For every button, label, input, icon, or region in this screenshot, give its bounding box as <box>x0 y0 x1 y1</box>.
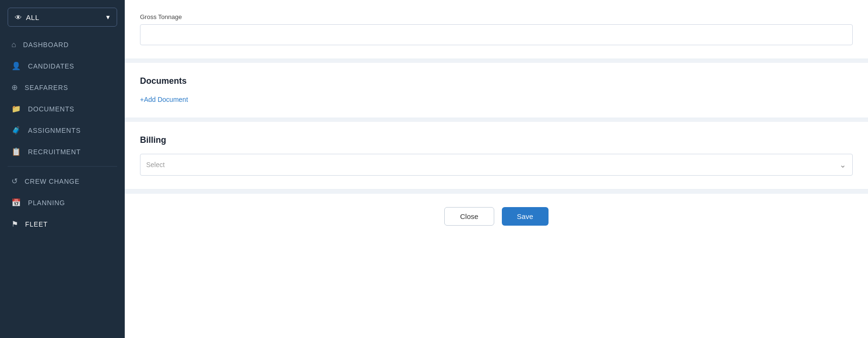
sidebar-item-label: ASSIGNMENTS <box>28 127 81 134</box>
sidebar-item-label: SEAFARERS <box>25 84 68 91</box>
sidebar: 👁 ALL ▾ ⌂ DASHBOARD 👤 CANDIDATES ⊕ SEAFA… <box>0 0 125 338</box>
sidebar-item-seafarers[interactable]: ⊕ SEAFARERS <box>0 77 125 98</box>
chevron-down-icon: ▾ <box>106 13 110 21</box>
briefcase-icon: 🧳 <box>11 126 21 135</box>
sidebar-item-assignments[interactable]: 🧳 ASSIGNMENTS <box>0 119 125 141</box>
sidebar-item-label: CANDIDATES <box>28 62 74 70</box>
folder-icon: 📁 <box>11 104 21 113</box>
gross-tonnage-section: Gross Tonnage <box>125 0 868 59</box>
sidebar-nav: ⌂ DASHBOARD 👤 CANDIDATES ⊕ SEAFARERS 📁 D… <box>0 30 125 338</box>
person-icon: 👤 <box>11 61 21 70</box>
all-button-label: ALL <box>26 13 40 21</box>
sidebar-item-documents[interactable]: 📁 DOCUMENTS <box>0 98 125 119</box>
billing-select-wrapper: Select <box>140 154 853 176</box>
section-divider-2 <box>125 118 868 122</box>
sidebar-item-crew-change[interactable]: ↺ CREW CHANGE <box>0 170 125 192</box>
sidebar-item-label: CREW CHANGE <box>25 178 80 185</box>
main-content: Gross Tonnage Documents +Add Document Bi… <box>125 0 868 338</box>
section-divider-1 <box>125 59 868 63</box>
sidebar-item-candidates[interactable]: 👤 CANDIDATES <box>0 55 125 77</box>
globe-icon: ⊕ <box>11 83 18 92</box>
sidebar-item-dashboard[interactable]: ⌂ DASHBOARD <box>0 34 125 55</box>
billing-select[interactable]: Select <box>140 154 853 176</box>
gross-tonnage-input[interactable] <box>140 24 853 45</box>
calendar-icon: 📅 <box>11 198 21 207</box>
section-divider-3 <box>125 189 868 193</box>
clipboard-icon: 📋 <box>11 147 21 156</box>
gross-tonnage-label: Gross Tonnage <box>140 13 853 20</box>
all-filter-button[interactable]: 👁 ALL ▾ <box>8 8 117 27</box>
documents-title: Documents <box>140 76 853 86</box>
close-button[interactable]: Close <box>444 207 494 226</box>
sidebar-item-planning[interactable]: 📅 PLANNING <box>0 192 125 213</box>
sidebar-divider <box>8 166 117 167</box>
sidebar-item-label: PLANNING <box>28 199 65 207</box>
sidebar-item-fleet[interactable]: ⚑ FLEET <box>0 213 125 235</box>
add-document-button[interactable]: +Add Document <box>140 95 188 104</box>
sidebar-item-label: FLEET <box>25 220 48 228</box>
sidebar-item-recruitment[interactable]: 📋 RECRUITMENT <box>0 141 125 162</box>
refresh-icon: ↺ <box>11 177 18 186</box>
sidebar-item-label: RECRUITMENT <box>28 148 81 156</box>
flag-icon: ⚑ <box>11 219 19 229</box>
eye-icon: 👁 <box>15 13 22 21</box>
billing-title: Billing <box>140 135 853 145</box>
billing-section: Billing Select <box>125 122 868 189</box>
save-button[interactable]: Save <box>502 207 549 226</box>
sidebar-item-label: DASHBOARD <box>23 41 69 49</box>
action-row: Close Save <box>125 193 868 239</box>
sidebar-item-label: DOCUMENTS <box>28 105 74 113</box>
documents-section: Documents +Add Document <box>125 63 868 118</box>
home-icon: ⌂ <box>11 40 16 49</box>
